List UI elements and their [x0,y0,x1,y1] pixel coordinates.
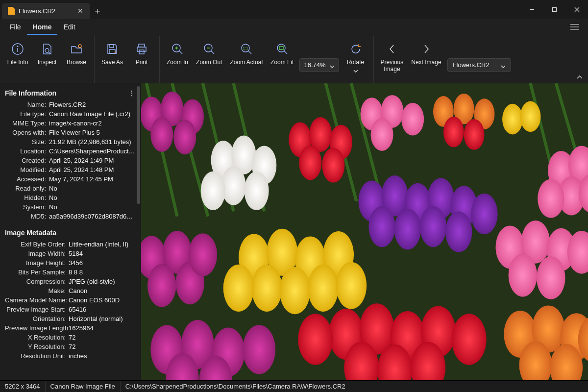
image-metadata-section: Image Metadata Exif Byte Order:Little-en… [0,223,141,363]
save-as-button[interactable]: Save As [99,39,125,67]
svg-point-10 [45,49,49,52]
zoom-level-dropdown[interactable]: 16.74% [299,58,339,72]
info-value: inches [69,352,136,360]
zoom-actual-icon: 1:1 [240,42,253,56]
ribbon-toolbar: File Info Inspect Browse Save As Prin [0,36,588,83]
zoom-in-icon [171,42,184,56]
info-value: No [49,194,136,201]
svg-point-50 [201,172,225,210]
svg-point-9 [17,46,18,47]
next-image-button[interactable]: Next Image [409,39,443,67]
window-controls [520,0,588,19]
svg-point-49 [244,172,269,210]
svg-line-29 [284,51,287,54]
collapse-ribbon-button[interactable] [576,74,583,81]
info-value: Little-endian (Intel, II) [69,241,136,248]
svg-point-48 [221,166,245,205]
zoom-fit-button[interactable]: Zoom Fit [269,39,295,67]
rotate-button[interactable]: Rotate [343,39,368,73]
info-side-panel: File Information ⋮ Name:Flowers.CR2File … [0,83,141,380]
ribbon-group-nav: Previous Image Next Image Flowers.CR2 [374,36,516,83]
file-dropdown[interactable]: Flowers.CR2 [447,58,511,72]
hamburger-menu-icon[interactable] [565,21,584,35]
info-key: Make: [5,287,66,294]
svg-rect-1 [552,7,556,11]
chevron-down-icon [353,68,358,72]
menu-file[interactable]: File [4,20,27,35]
info-value: Horizontal (normal) [69,315,136,322]
svg-rect-13 [110,45,114,48]
info-key: MD5: [5,213,46,220]
menu-home[interactable]: Home [27,20,58,35]
inspect-icon [40,42,54,56]
minimize-button[interactable] [520,0,543,19]
zoom-actual-button[interactable]: 1:1 Zoom Actual [228,39,265,67]
info-key: Orientation: [5,315,66,322]
status-bar: 5202 x 3464 Canon Raw Image File C:\User… [0,380,588,392]
svg-line-23 [211,51,214,54]
document-tab[interactable]: Flowers.CR2 ✕ [2,3,90,19]
scrollbar-thumb[interactable] [137,86,140,204]
info-key: Created: [5,157,46,164]
svg-point-63 [443,117,464,147]
previous-image-button[interactable]: Previous Image [379,39,406,74]
print-button[interactable]: Print [129,39,154,67]
info-key: File type: [5,110,46,118]
ribbon-group-output: Save As Print [95,36,160,83]
info-value: 8 8 8 [69,269,136,276]
info-key: Bits Per Sample: [5,269,66,276]
info-key: Name: [5,101,46,108]
browse-button[interactable]: Browse [64,39,89,67]
status-dimensions: 5202 x 3464 [0,381,46,392]
svg-line-19 [179,51,182,54]
svg-point-43 [150,117,173,152]
info-key: Camera Model Name: [5,296,66,304]
save-icon [105,42,119,56]
zoom-out-button[interactable]: Zoom Out [194,39,224,67]
svg-line-26 [248,51,251,54]
info-key: Hidden: [5,194,46,201]
info-key: Read-only: [5,185,46,192]
info-value: Canon EOS 600D [69,296,136,304]
maximize-button[interactable] [543,0,565,19]
status-path: C:\Users\SharpenedProductions\Documents\… [121,381,350,392]
info-value: 72 [69,343,136,350]
zoom-in-button[interactable]: Zoom In [165,39,190,67]
document-icon [8,7,15,15]
info-value: No [49,185,136,192]
menu-edit[interactable]: Edit [57,20,81,35]
panel-menu-icon[interactable]: ⋮ [128,89,136,97]
info-value: aa5a996d39c0762d8087d647805... [49,213,136,220]
zoom-out-icon [202,42,216,56]
svg-point-66 [520,101,541,132]
info-value: 1625964 [69,324,136,332]
info-key: Exif Byte Order: [5,241,66,248]
inspect-button[interactable]: Inspect [34,39,60,67]
info-key: System: [5,203,46,211]
svg-point-28 [277,44,285,52]
close-tab-icon[interactable]: ✕ [75,7,85,15]
info-icon [11,42,24,56]
svg-point-93 [308,265,339,312]
svg-point-58 [401,103,424,136]
chevron-down-icon [330,63,335,67]
image-viewport[interactable] [141,83,588,380]
chevron-left-icon [385,42,399,56]
svg-rect-14 [109,49,115,53]
workspace: File Information ⋮ Name:Flowers.CR2File … [0,83,588,380]
svg-point-77 [368,206,395,247]
info-value: image/x-canon-cr2 [49,120,136,127]
info-key: Image Height: [5,259,66,267]
info-value: 3456 [69,259,136,267]
info-value: Canon [69,287,136,294]
svg-rect-30 [279,47,283,49]
info-key: Accessed: [5,175,46,183]
info-value: 5184 [69,250,136,257]
svg-point-99 [509,254,538,297]
close-window-button[interactable] [565,0,588,19]
new-tab-button[interactable]: ＋ [90,3,105,19]
chevron-right-icon [419,42,433,56]
file-info-button[interactable]: File Info [5,39,30,67]
info-key: Opens with: [5,129,46,136]
info-value: April 25, 2024 1:49 PM [49,157,136,164]
